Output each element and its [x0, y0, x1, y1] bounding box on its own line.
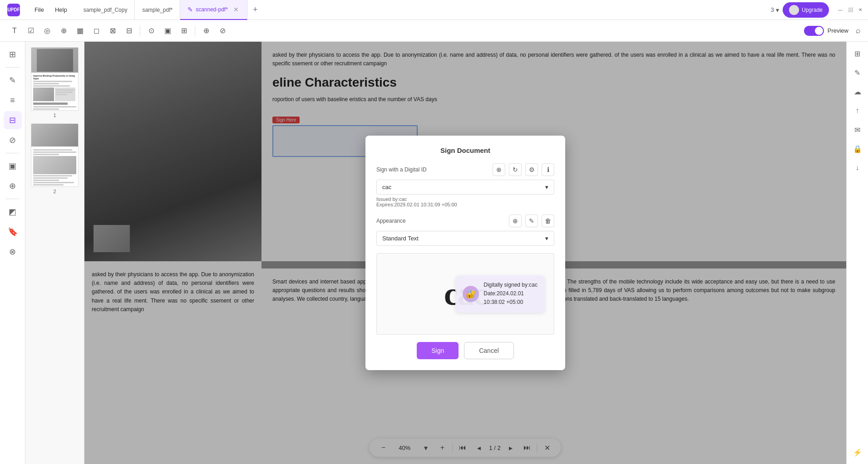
toolbar-multi-icon[interactable]: ⊞	[177, 24, 191, 38]
sign-button[interactable]: Sign	[417, 342, 459, 359]
menu-help[interactable]: Help	[49, 4, 73, 16]
right-sidebar-upload-icon[interactable]: ↑	[849, 103, 866, 119]
tab-edit-icon: ✎	[187, 6, 193, 13]
sidebar-form-icon[interactable]: ⊟	[4, 111, 22, 129]
sig-badge: 🔐 Digitally signed by:cac Date:2024.02.0…	[455, 275, 545, 313]
tab-sample-pdf[interactable]: sample_pdf*	[135, 0, 180, 20]
digital-id-section-label: Sign with a Digital ID ⊕ ↻ ⚙ ℹ	[376, 163, 554, 176]
thumbnail-page-1[interactable]: Improve Working Productivity in Using Ap…	[31, 47, 79, 118]
preview-switch[interactable]	[804, 26, 824, 36]
thumb-page-num-1: 1	[53, 112, 56, 118]
modal-footer: Sign Cancel	[376, 342, 554, 359]
modal-overlay: Sign Document Sign with a Digital ID ⊕ ↻…	[84, 42, 846, 464]
thumb-img-1: Improve Working Productivity in Using Ap…	[31, 47, 79, 111]
updf-logo-icon: UPDF	[7, 4, 20, 16]
right-sidebar-lock-icon[interactable]: 🔒	[849, 141, 866, 157]
right-sidebar-bottom-icon[interactable]: ⚡	[849, 444, 866, 460]
tab-label: scanned-pdf*	[196, 6, 228, 13]
sidebar-bookmark-icon[interactable]: 🔖	[4, 223, 22, 241]
chevron-down-icon: ▾	[545, 184, 548, 190]
preview-toggle: Preview	[804, 26, 848, 36]
signature-preview: cac 🔐 Digitally signed by:cac Date:2024.…	[376, 253, 554, 335]
close-btn[interactable]: ✕	[856, 6, 864, 14]
toggle-knob	[815, 27, 823, 35]
digital-id-icons: ⊕ ↻ ⚙ ℹ	[493, 163, 554, 176]
app-logo: UPDF	[4, 4, 24, 16]
tab-sample-pdf-copy[interactable]: sample_pdf_Copy	[76, 0, 135, 20]
thumb-page-num-2: 2	[53, 189, 56, 194]
toolbar-filter-icon[interactable]: ⊘	[215, 24, 230, 38]
cancel-button[interactable]: Cancel	[464, 342, 514, 359]
toolbar-settings-icon[interactable]: ⊕	[199, 24, 213, 38]
left-sidebar: ⊞ ✎ ≡ ⊟ ⊘ ▣ ⊕ ◩ 🔖 ⊗	[0, 42, 25, 464]
toolbar-text-icon[interactable]: T	[7, 24, 22, 38]
digital-id-refresh-icon[interactable]: ↻	[509, 163, 522, 176]
right-sidebar-pages-icon[interactable]: ⊞	[849, 45, 866, 62]
content-area: asked by their physicians to access the …	[84, 42, 846, 464]
tab-scanned-pdf[interactable]: ✎ scanned-pdf* ✕	[180, 0, 247, 20]
main-layout: ⊞ ✎ ≡ ⊟ ⊘ ▣ ⊕ ◩ 🔖 ⊗ Improve Working Prod…	[0, 42, 868, 464]
window-controls: — ⬜ ✕	[836, 6, 864, 14]
appearance-add-icon[interactable]: ⊕	[509, 215, 522, 227]
sidebar-pages-icon[interactable]: ⊞	[4, 45, 22, 63]
sidebar-organize-icon[interactable]: ⊕	[4, 177, 22, 195]
upgrade-btn[interactable]: Upgrade	[783, 2, 829, 18]
avatar	[789, 5, 799, 15]
page-count: 3 ▾	[771, 6, 779, 14]
sidebar-annotate-icon[interactable]: ✎	[4, 71, 22, 89]
top-right-controls: 3 ▾ Upgrade — ⬜ ✕	[771, 2, 864, 18]
thumb-img-2	[31, 123, 79, 187]
toolbar-align-icon[interactable]: ⊙	[144, 24, 158, 38]
modal-title: Sign Document	[376, 147, 554, 154]
digital-id-settings-icon[interactable]: ⚙	[525, 163, 538, 176]
minimize-btn[interactable]: —	[836, 6, 844, 14]
sidebar-divider1	[5, 67, 20, 68]
thumbnails-panel: Improve Working Productivity in Using Ap…	[25, 42, 84, 464]
toolbar-table-icon[interactable]: ▦	[73, 24, 87, 38]
sidebar-layers-icon[interactable]: ◩	[4, 203, 22, 221]
right-sidebar-mail-icon[interactable]: ✉	[849, 122, 866, 138]
sidebar-divider3	[5, 199, 20, 199]
preview-label: Preview	[828, 27, 848, 34]
tab-label: sample_pdf_Copy	[84, 7, 128, 13]
sidebar-ocr-icon[interactable]: ▣	[4, 157, 22, 175]
appearance-select[interactable]: Standard Text ▾	[376, 231, 554, 246]
search-icon[interactable]: ⌕	[856, 26, 861, 35]
sidebar-draw-icon[interactable]: ⊘	[4, 131, 22, 149]
digital-id-info-icon[interactable]: ℹ	[542, 163, 554, 176]
sidebar-edit-icon[interactable]: ≡	[4, 91, 22, 109]
appearance-icons: ⊕ ✎ 🗑	[509, 215, 554, 227]
appearance-delete-icon[interactable]: 🗑	[542, 215, 554, 227]
tab-label: sample_pdf*	[142, 7, 173, 13]
toolbar-checkbox-icon[interactable]: ☑	[24, 24, 38, 38]
sig-badge-text: Digitally signed by:cac Date:2024.02.01 …	[483, 281, 538, 307]
tab-close-btn[interactable]: ✕	[232, 6, 240, 13]
thumbnail-page-2[interactable]: 2	[31, 123, 79, 194]
digital-id-add-icon[interactable]: ⊕	[493, 163, 505, 176]
toolbar-grid-icon[interactable]: ▣	[160, 24, 175, 38]
top-bar: UPDF File Help sample_pdf_Copy sample_pd…	[0, 0, 868, 20]
right-sidebar-annotate-icon[interactable]: ✎	[849, 64, 866, 81]
digital-id-info: Issued by:cac Expires:2029.02.01 10:31:0…	[376, 196, 554, 207]
right-sidebar: ⊞ ✎ ☁ ↑ ✉ 🔒 ↓ ⚡	[846, 42, 868, 464]
sidebar-link-icon[interactable]: ⊗	[4, 243, 22, 261]
toolbar: T ☑ ◎ ⊕ ▦ ◻ ⊠ ⊟ ⊙ ▣ ⊞ ⊕ ⊘ Preview ⌕	[0, 20, 868, 42]
digital-id-select[interactable]: cac ▾	[376, 180, 554, 195]
toolbar-sep1	[140, 25, 140, 36]
tabs-area: sample_pdf_Copy sample_pdf* ✎ scanned-pd…	[76, 0, 771, 20]
sign-document-modal: Sign Document Sign with a Digital ID ⊕ ↻…	[365, 136, 565, 370]
toolbar-list-icon[interactable]: ⊕	[56, 24, 71, 38]
menu-file[interactable]: File	[29, 4, 49, 16]
right-sidebar-download-icon[interactable]: ↓	[849, 160, 866, 176]
maximize-btn[interactable]: ⬜	[846, 6, 854, 14]
appearance-section-label: Appearance ⊕ ✎ 🗑	[376, 215, 554, 227]
appearance-edit-icon[interactable]: ✎	[525, 215, 538, 227]
toolbar-sep2	[195, 25, 195, 36]
chevron-down-icon-2: ▾	[545, 235, 548, 242]
toolbar-radio-icon[interactable]: ◎	[40, 24, 54, 38]
toolbar-rect-icon[interactable]: ◻	[89, 24, 104, 38]
toolbar-date-icon[interactable]: ⊟	[122, 24, 136, 38]
tab-add-btn[interactable]: +	[247, 2, 263, 17]
right-sidebar-cloud-icon[interactable]: ☁	[849, 83, 866, 100]
toolbar-sign-icon[interactable]: ⊠	[105, 24, 120, 38]
